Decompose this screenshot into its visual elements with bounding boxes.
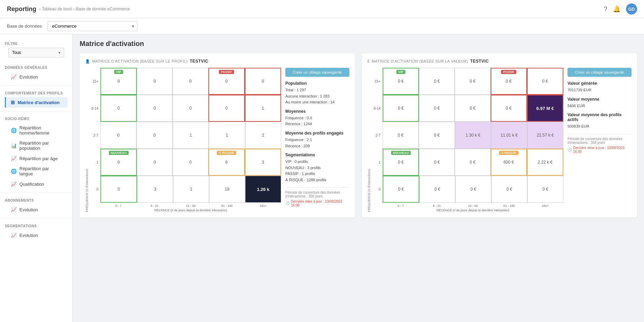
sidebar-item-repartition-hf[interactable]: 🌐 Répartition homme/femme — [5, 123, 68, 138]
cell-4-0[interactable]: 0 — [100, 176, 137, 203]
freq-engaged-row: Fréquence : 2.1 — [285, 137, 349, 143]
cell-1-0[interactable]: 0 — [100, 95, 137, 122]
val-cell-0-3[interactable]: PASSIF 0 € — [491, 68, 527, 95]
help-icon[interactable]: ? — [604, 6, 607, 13]
badge-passif-val: PASSIF — [501, 70, 516, 74]
badge-arisque: À RISQUE — [217, 151, 236, 155]
cell-value: 0 € — [434, 106, 440, 111]
val-grid-row-814: 8-14 0 € 0 € 0 € 0 € 6.97 M € — [372, 95, 563, 122]
bell-icon[interactable]: 🔔 — [613, 5, 620, 13]
val-cell-2-0[interactable]: 0 € — [383, 122, 419, 149]
val-cell-4-4[interactable]: 0 € — [527, 176, 563, 203]
val-cell-3-0[interactable]: NOUVEAU 0 € — [383, 149, 419, 176]
chart-icon-4: 📈 — [11, 207, 17, 212]
val-x-label-07: 0 - 7 — [383, 204, 419, 208]
val-cell-1-1[interactable]: 0 € — [419, 95, 455, 122]
val-cell-4-0[interactable]: 0 € — [383, 176, 419, 203]
sidebar-label: Qualification — [19, 182, 44, 187]
val-cell-4-1[interactable]: 0 € — [419, 176, 455, 203]
val-cell-0-2[interactable]: 0 € — [455, 68, 490, 95]
sidebar-item-evolution-abo[interactable]: 📈 Evolution — [5, 204, 68, 215]
cell-3-2[interactable]: 0 — [172, 149, 208, 176]
val-cell-0-4[interactable]: 0 € — [527, 68, 563, 95]
sidebar-item-evolution-donnees[interactable]: 📈 Evolution — [5, 72, 68, 82]
cell-4-2[interactable]: 1 — [173, 176, 209, 203]
val-cell-4-3[interactable]: 0 € — [491, 176, 527, 203]
val-cell-1-3[interactable]: 0 € — [491, 95, 527, 122]
cell-value: 0 € — [470, 106, 476, 111]
filter-select[interactable]: Tous — [8, 48, 64, 57]
cell-4-1[interactable]: 3 — [137, 176, 173, 203]
val-cell-2-4[interactable]: 22.57 k € — [527, 122, 563, 149]
cell-1-2[interactable]: 0 — [172, 95, 208, 122]
seg-title: Segmentations — [285, 153, 349, 157]
cell-3-3[interactable]: À RISQUE 6 — [208, 149, 245, 176]
filter-wrapper: Tous — [8, 48, 64, 57]
cell-value: 0 € — [543, 187, 548, 192]
val-cell-4-2[interactable]: 0 € — [455, 176, 491, 203]
cell-4-4[interactable]: 1.26 k — [245, 176, 281, 203]
cell-2-4[interactable]: 2 — [245, 122, 281, 149]
val-cell-1-0[interactable]: 0 € — [383, 95, 419, 122]
cell-2-0[interactable]: 0 — [100, 122, 136, 149]
database-select[interactable]: eCommerce — [47, 21, 137, 31]
cell-0-0[interactable]: VIP 0 — [100, 68, 137, 95]
val-cell-2-1[interactable]: 0 € — [419, 122, 455, 149]
matrix-profile-brand: TESTVIC — [190, 59, 208, 64]
footer-info-profile: Période de couverture des données d'inte… — [285, 187, 349, 207]
cell-3-4[interactable]: 3 — [245, 149, 281, 176]
cell-value: 0 € — [398, 133, 404, 138]
val-x-label-2260: 22 - 60 — [455, 204, 491, 208]
page-title: Matrice d'activation — [80, 40, 637, 48]
cell-value: 0 — [189, 106, 192, 111]
cell-2-2[interactable]: 1 — [173, 122, 209, 149]
sidebar-item-qualification[interactable]: 📈 Qualification — [5, 179, 68, 189]
cell-4-3[interactable]: 18 — [209, 176, 245, 203]
cell-3-1[interactable]: 0 — [137, 149, 172, 176]
grid-row-27: 2-7 0 0 1 1 2 — [90, 122, 281, 149]
cell-3-0[interactable]: NOUVEAU 0 — [100, 149, 137, 176]
val-cell-0-0[interactable]: VIP 0 € — [383, 68, 419, 95]
cell-value: 0 — [262, 79, 264, 84]
sidebar-item-matrice[interactable]: ⊞ Matrice d'activation — [5, 97, 68, 108]
cell-0-4[interactable]: 0 — [245, 68, 281, 95]
cell-1-4[interactable]: 1 — [245, 95, 281, 122]
cell-0-3[interactable]: PASSIF 0 — [208, 68, 245, 95]
val-cell-3-3[interactable]: À RISQUE 600 € — [491, 149, 527, 176]
sidebar-item-repartition-pop[interactable]: 📊 Répartition par population — [5, 138, 68, 153]
breadcrumb-1[interactable]: Tableau de bord — [42, 7, 72, 11]
val-cell-3-1[interactable]: 0 € — [419, 149, 455, 176]
passif-seg-row: PASSIF : 1 profils — [285, 171, 349, 177]
cell-0-2[interactable]: 0 — [172, 68, 208, 95]
clock-icon-profile: 🕐 — [285, 201, 289, 205]
matrix-profile-content: FRÉQUENCE (# d'interactions) 15+ VIP — [85, 68, 349, 212]
coverage-text-value: Période de couverture des données d'inte… — [567, 137, 632, 145]
sidebar-label: Evolution — [19, 74, 38, 80]
val-cell-1-2[interactable]: 0 € — [455, 95, 490, 122]
footer-info-value: Période de couverture des données d'inte… — [567, 134, 632, 154]
create-ciblage-btn-value[interactable]: Créer un ciblage sauvegardé — [567, 68, 632, 77]
cell-1-1[interactable]: 0 — [137, 95, 172, 122]
breadcrumb-2[interactable]: Base de donnée eCommerce — [76, 7, 130, 11]
val-cell-2-3[interactable]: 11.01 k € — [491, 122, 527, 149]
matrix-value-content: FRÉQUENCE (# d'interactions) 15+ VIP 0 € — [367, 68, 632, 212]
sidebar-item-repartition-age[interactable]: 📈 Répartition par âge — [5, 153, 68, 164]
create-ciblage-btn-profile[interactable]: Créer un ciblage sauvegardé — [285, 68, 349, 77]
cell-2-3[interactable]: 1 — [209, 122, 245, 149]
cell-1-3[interactable]: 0 — [208, 95, 245, 122]
cell-value: 0 € — [434, 133, 440, 138]
cell-2-1[interactable]: 0 — [136, 122, 172, 149]
val-cell-1-4[interactable]: 6.97 M € — [527, 95, 563, 122]
cell-value: 0 — [189, 160, 192, 165]
cell-value: 0 — [225, 106, 228, 111]
val-cell-2-2[interactable]: 1.30 k € — [455, 122, 491, 149]
cell-value: 2.22 k € — [538, 160, 553, 165]
val-cell-0-1[interactable]: 0 € — [419, 68, 455, 95]
val-cell-3-4[interactable]: 2.22 k € — [527, 149, 563, 176]
val-cell-3-2[interactable]: 0 € — [455, 149, 490, 176]
sidebar-item-repartition-langue[interactable]: 🌐 Répartition par langue — [5, 164, 68, 179]
sidebar-item-evolution-seg[interactable]: 📈 Evolution — [5, 230, 68, 240]
avatar[interactable]: GD — [626, 3, 637, 15]
cell-0-1[interactable]: 0 — [137, 68, 172, 95]
cell-value: 0 € — [470, 160, 476, 165]
